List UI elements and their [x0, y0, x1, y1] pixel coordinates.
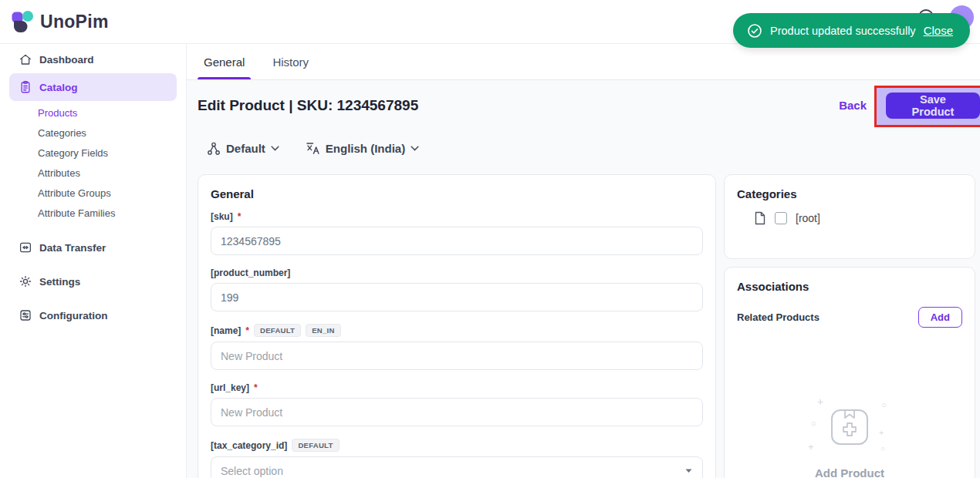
toast-close-link[interactable]: Close: [924, 24, 953, 37]
locale-badge: EN_IN: [306, 324, 340, 337]
field-label: [sku] *: [211, 211, 703, 222]
sparkle-plus: +: [817, 396, 823, 408]
sparkle-dot: ○: [811, 419, 816, 428]
sparkle-dot: ○: [881, 445, 885, 453]
sidebar-item-settings[interactable]: Settings: [9, 268, 177, 295]
associations-title: Associations: [737, 280, 962, 293]
required-asterisk: *: [238, 211, 242, 222]
general-form-card: General [sku] * [product_number] [name] …: [198, 174, 716, 478]
field-label: [name] * DEFAULT EN_IN: [211, 324, 703, 337]
scope-badge: DEFAULT: [254, 324, 301, 337]
sparkle-plus: +: [808, 441, 814, 453]
sidebar-item-label: Configuration: [39, 310, 107, 321]
category-tree-row: [root]: [737, 211, 962, 225]
sparkle-dot: ○: [881, 400, 887, 409]
sidebar-item-category-fields[interactable]: Category Fields: [9, 143, 177, 163]
unopim-logo-icon: [11, 10, 34, 33]
tab-bar: General History: [187, 44, 980, 80]
sidebar: Dashboard Catalog Products Categories Ca…: [0, 44, 187, 478]
empty-state-title: Add Product: [737, 466, 962, 478]
locale-selector[interactable]: English (India): [306, 141, 419, 156]
sidebar-item-label: Settings: [39, 276, 80, 288]
sku-input[interactable]: [211, 227, 703, 255]
sidebar-item-catalog[interactable]: Catalog: [9, 73, 177, 101]
field-tax-category: [tax_category_id] DEFAULT Select option: [211, 439, 703, 478]
sidebar-item-data-transfer[interactable]: Data Transfer: [9, 234, 177, 261]
field-name: [name] * DEFAULT EN_IN: [211, 324, 703, 370]
sliders-icon: [19, 308, 32, 322]
toast-message: Product updated successfully: [770, 25, 916, 37]
context-selectors: Default English (India): [207, 141, 419, 156]
annotation-highlight-box: Save Product: [874, 86, 980, 127]
sidebar-item-label: Data Transfer: [39, 242, 106, 254]
sidebar-item-configuration[interactable]: Configuration: [9, 301, 177, 329]
locale-value: English (India): [326, 142, 405, 155]
app-name: UnoPim: [40, 12, 109, 32]
related-products-label: Related Products: [737, 311, 819, 323]
chevron-down-icon: [411, 146, 419, 151]
tab-history[interactable]: History: [272, 44, 309, 79]
name-input[interactable]: [211, 342, 703, 370]
field-label: [tax_category_id] DEFAULT: [211, 439, 703, 452]
caret-down-icon: [685, 469, 692, 473]
file-icon: [754, 211, 766, 225]
catalog-submenu: Products Categories Category Fields Attr…: [9, 103, 177, 223]
channel-value: Default: [226, 142, 265, 155]
associations-card: Associations Related Products Add + ○ ○ …: [724, 267, 975, 478]
associations-empty-state: + ○ ○ + + ○ Add Product Add related asso…: [737, 405, 962, 478]
translate-icon: [306, 141, 320, 156]
main-content: General History Edit Product | SKU: 1234…: [187, 44, 980, 478]
chevron-down-icon: [271, 146, 279, 151]
url-key-input[interactable]: [211, 398, 703, 426]
success-toast: Product updated successfully Close: [733, 13, 970, 48]
channel-selector[interactable]: Default: [207, 142, 279, 156]
required-asterisk: *: [245, 325, 249, 336]
section-title: General: [211, 187, 703, 200]
channel-icon: [207, 142, 221, 156]
sidebar-item-label: Dashboard: [39, 54, 94, 66]
sidebar-item-categories[interactable]: Categories: [9, 123, 177, 143]
select-placeholder: Select option: [221, 465, 283, 477]
sparkle-plus: +: [879, 429, 884, 437]
sidebar-item-products[interactable]: Products: [9, 103, 177, 123]
field-product-number: [product_number]: [211, 268, 703, 311]
product-box-plus-icon: + ○ ○ + + ○: [828, 405, 871, 448]
related-products-row: Related Products Add: [737, 307, 962, 328]
root-category-checkbox[interactable]: [775, 212, 787, 224]
gear-icon: [19, 274, 32, 288]
sidebar-item-attribute-families[interactable]: Attribute Families: [9, 203, 177, 223]
folder-transfer-icon: [19, 241, 32, 254]
field-label: [product_number]: [211, 268, 703, 278]
product-number-input[interactable]: [211, 283, 703, 311]
field-label: [url_key] *: [211, 382, 703, 393]
categories-title: Categories: [737, 187, 962, 200]
tab-general[interactable]: General: [204, 44, 245, 79]
add-related-product-button[interactable]: Add: [918, 307, 962, 328]
clipboard-icon: [19, 80, 32, 94]
field-url-key: [url_key] *: [211, 382, 703, 426]
app-logo[interactable]: UnoPim: [11, 10, 109, 33]
required-asterisk: *: [254, 382, 258, 393]
tax-category-select[interactable]: Select option: [211, 456, 703, 478]
scope-badge: DEFAULT: [292, 439, 339, 452]
category-label: [root]: [796, 212, 820, 224]
home-icon: [19, 52, 32, 66]
sidebar-item-dashboard[interactable]: Dashboard: [9, 45, 177, 73]
save-product-button[interactable]: Save Product: [886, 93, 980, 119]
sidebar-item-attributes[interactable]: Attributes: [9, 163, 177, 183]
field-sku: [sku] *: [211, 211, 703, 255]
back-link[interactable]: Back: [839, 99, 867, 112]
sidebar-item-attribute-groups[interactable]: Attribute Groups: [9, 183, 177, 203]
page-title: Edit Product | SKU: 1234567895: [198, 97, 418, 114]
categories-card: Categories [root]: [724, 174, 975, 259]
sidebar-item-label: Catalog: [39, 82, 78, 93]
check-circle-icon: [747, 23, 762, 39]
